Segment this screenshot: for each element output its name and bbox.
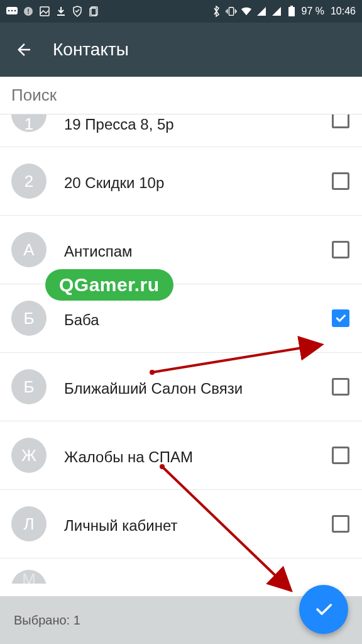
image-icon [39, 6, 50, 17]
contact-name: 19 Пресса 8, 5p [64, 114, 332, 133]
contact-name: Баба [64, 308, 332, 329]
svg-rect-10 [288, 7, 295, 16]
status-bar: ! 97 % 10:4 [0, 0, 362, 23]
contact-list: 1 19 Пресса 8, 5p 2 20 Скидки 10р А Анти… [0, 114, 362, 584]
checkbox[interactable] [332, 309, 349, 327]
watermark-badge: QGamer.ru [45, 269, 173, 301]
bluetooth-icon [211, 6, 222, 17]
svg-rect-9 [229, 8, 234, 16]
avatar: А [11, 232, 47, 267]
battery-icon [286, 6, 297, 17]
search-input[interactable] [11, 86, 351, 105]
clock: 10:46 [331, 6, 356, 17]
svg-point-13 [150, 370, 155, 375]
mms-icon [6, 6, 18, 17]
svg-text:!: ! [27, 8, 30, 15]
annotation-arrow-2 [156, 462, 313, 606]
clipboard-icon [88, 6, 99, 17]
svg-point-1 [8, 10, 10, 12]
avatar: 2 [11, 164, 47, 199]
svg-point-15 [160, 464, 165, 469]
avatar: Б [11, 301, 47, 336]
annotation-arrow-1 [145, 335, 339, 381]
selected-label: Выбрано: 1 [14, 613, 80, 628]
svg-line-14 [162, 467, 291, 591]
avatar: Б [11, 369, 47, 404]
status-left-icons: ! [6, 6, 99, 17]
avatar: Л [11, 506, 47, 541]
wifi-icon [241, 6, 252, 17]
check-icon [313, 599, 334, 620]
signal-1-icon [256, 6, 267, 17]
signal-2-icon [271, 6, 282, 17]
bug-icon: ! [23, 6, 34, 17]
page-title: Контакты [53, 40, 129, 60]
back-button[interactable] [11, 37, 36, 62]
contact-name: Антиспам [64, 239, 332, 260]
battery-percent: 97 % [301, 6, 324, 17]
svg-rect-11 [290, 6, 293, 7]
contact-name: 20 Скидки 10р [64, 170, 332, 192]
confirm-fab[interactable] [299, 585, 348, 634]
svg-point-2 [11, 10, 13, 12]
list-item[interactable]: 2 20 Скидки 10р [0, 147, 362, 216]
arrow-left-icon [14, 40, 33, 59]
shield-icon [72, 6, 83, 17]
checkbox[interactable] [332, 114, 349, 128]
avatar: 1 [11, 114, 47, 132]
vibrate-icon [226, 6, 237, 17]
checkbox[interactable] [332, 447, 349, 464]
svg-point-3 [14, 10, 16, 12]
avatar: М [11, 570, 47, 584]
avatar: Ж [11, 438, 47, 473]
search-row [0, 77, 362, 114]
checkbox[interactable] [332, 172, 349, 190]
svg-line-12 [152, 345, 322, 372]
download-icon [55, 6, 67, 17]
checkbox[interactable] [332, 241, 349, 258]
status-right-icons: 97 % 10:46 [211, 6, 356, 17]
checkbox[interactable] [332, 515, 349, 533]
app-bar: Контакты [0, 23, 362, 77]
list-item[interactable]: 1 19 Пресса 8, 5p [0, 114, 362, 147]
